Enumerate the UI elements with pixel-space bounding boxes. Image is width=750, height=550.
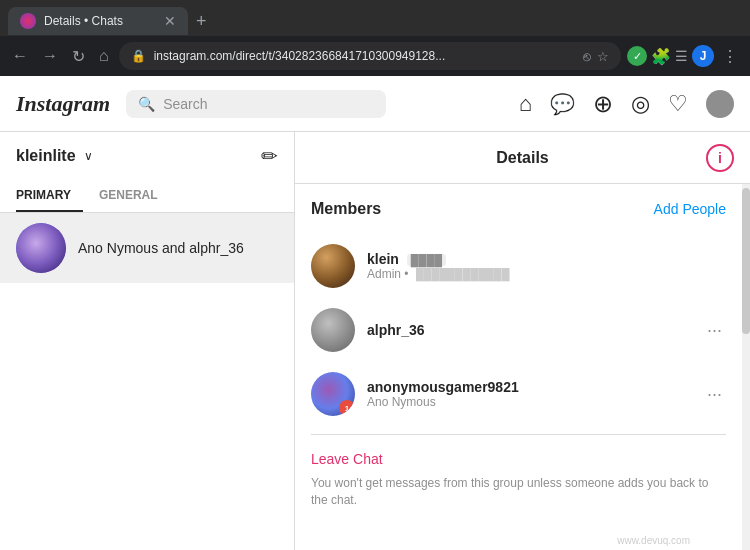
chat-list: Ano Nymous and alphr_36 [0, 213, 294, 550]
home-icon[interactable]: ⌂ [519, 91, 532, 117]
member-info-alphr: alphr_36 [367, 322, 691, 338]
sidebar-tabs: PRIMARY GENERAL [0, 180, 294, 213]
details-header: Details i [295, 132, 750, 184]
tab-primary[interactable]: PRIMARY [16, 180, 83, 212]
member-name-anon: anonymousgamer9821 [367, 379, 691, 395]
details-title: Details [339, 149, 706, 167]
address-text: instagram.com/direct/t/34028236684171030… [154, 49, 575, 63]
member-avatar-anon: 1 [311, 372, 355, 416]
bookmark-icon[interactable]: ☆ [597, 49, 609, 64]
tab-favicon [20, 13, 36, 29]
refresh-button[interactable]: ↻ [68, 43, 89, 70]
info-button[interactable]: i [706, 144, 734, 172]
explore-icon[interactable]: ◎ [631, 91, 650, 117]
avatar-label: J [700, 49, 707, 63]
member-info-klein: klein ████ Admin • ████████████ [367, 251, 726, 281]
chat-info: Ano Nymous and alphr_36 [78, 240, 278, 256]
tab-title: Details • Chats [44, 14, 156, 28]
watermark: www.devuq.com [617, 535, 690, 546]
browser-profile-avatar[interactable]: J [692, 45, 714, 67]
address-bar[interactable]: 🔒 instagram.com/direct/t/340282366841710… [119, 42, 621, 70]
create-icon[interactable]: ⊕ [593, 90, 613, 118]
compose-icon[interactable]: ✏ [261, 144, 278, 168]
member-item: klein ████ Admin • ████████████ [311, 234, 726, 298]
more-options-icon[interactable]: ⋮ [718, 43, 742, 70]
leave-chat-button[interactable]: Leave Chat [311, 451, 726, 467]
new-tab-button[interactable]: + [196, 11, 207, 32]
scrollbar-track[interactable] [742, 184, 750, 550]
info-icon: i [718, 150, 722, 166]
instagram-logo: Instagram [16, 91, 110, 117]
details-body: Members Add People klein ████ Admin [295, 184, 742, 550]
avatar-image [16, 223, 66, 273]
profile-avatar[interactable] [706, 90, 734, 118]
member-avatar-klein [311, 244, 355, 288]
tab-general[interactable]: GENERAL [99, 180, 170, 212]
chat-avatar [16, 223, 66, 273]
share-icon[interactable]: ⎋ [583, 49, 591, 64]
member-info-anon: anonymousgamer9821 Ano Nymous [367, 379, 691, 409]
member-name-alphr: alphr_36 [367, 322, 691, 338]
sidebar-username: kleinlite [16, 147, 76, 165]
chevron-down-icon: ∨ [84, 149, 93, 163]
member-name-klein: klein ████ [367, 251, 726, 267]
member-sub-klein: Admin • ████████████ [367, 267, 726, 281]
leave-chat-section: Leave Chat You won't get messages from t… [311, 434, 726, 525]
ext-check-icon[interactable]: ✓ [627, 46, 647, 66]
sidebar-header: kleinlite ∨ ✏ [0, 132, 294, 180]
member-sub-anon: Ano Nymous [367, 395, 691, 409]
chat-sidebar: kleinlite ∨ ✏ PRIMARY GENERAL Ano Nymous… [0, 132, 295, 550]
add-people-button[interactable]: Add People [654, 201, 726, 217]
member-avatar-alphr [311, 308, 355, 352]
forward-button[interactable]: → [38, 43, 62, 69]
back-button[interactable]: ← [8, 43, 32, 69]
search-input[interactable] [163, 96, 343, 112]
home-button[interactable]: ⌂ [95, 43, 113, 69]
lock-icon: 🔒 [131, 49, 146, 63]
search-bar[interactable]: 🔍 [126, 90, 386, 118]
instagram-header: Instagram 🔍 ⌂ 💬 ⊕ ◎ ♡ [0, 76, 750, 132]
chat-item[interactable]: Ano Nymous and alphr_36 [0, 213, 294, 283]
member-more-alphr[interactable]: ··· [703, 316, 726, 345]
members-title: Members [311, 200, 381, 218]
sidebar-user-selector[interactable]: kleinlite ∨ [16, 147, 93, 165]
extensions-icon[interactable]: 🧩 [651, 47, 671, 66]
chat-name: Ano Nymous and alphr_36 [78, 240, 278, 256]
check-label: ✓ [633, 50, 642, 63]
heart-icon[interactable]: ♡ [668, 91, 688, 117]
messenger-icon[interactable]: 💬 [550, 92, 575, 116]
details-scroll-area: Members Add People klein ████ Admin [295, 184, 750, 550]
leave-chat-description: You won't get messages from this group u… [311, 475, 726, 509]
scrollbar-thumb[interactable] [742, 188, 750, 334]
member-item-anon: 1 anonymousgamer9821 Ano Nymous ··· [311, 362, 726, 426]
tab-close-button[interactable]: ✕ [164, 13, 176, 29]
browser-menu-icon[interactable]: ☰ [675, 48, 688, 64]
details-panel: Details i Members Add People [295, 132, 750, 550]
members-header: Members Add People [311, 200, 726, 218]
search-icon: 🔍 [138, 96, 155, 112]
browser-tab[interactable]: Details • Chats ✕ [8, 7, 188, 35]
member-more-anon[interactable]: ··· [703, 380, 726, 409]
member-item-alphr: alphr_36 ··· [311, 298, 726, 362]
